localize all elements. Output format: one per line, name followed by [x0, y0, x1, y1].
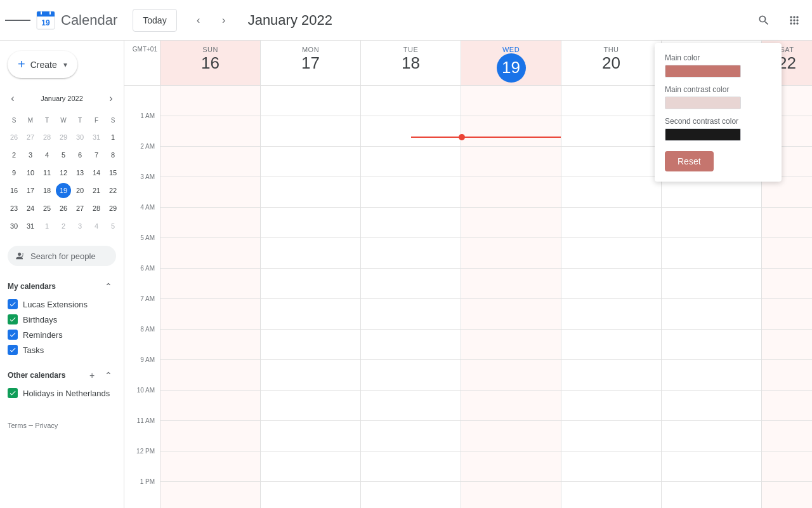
hour-line: [461, 299, 561, 330]
mini-day-26[interactable]: 26: [56, 201, 71, 216]
main-contrast-color-swatch[interactable]: [665, 97, 741, 109]
menu-button[interactable]: [5, 8, 30, 33]
mini-day-16[interactable]: 16: [6, 183, 22, 198]
calendar-label-birthdays: Birthdays: [23, 315, 57, 324]
mini-day-20[interactable]: 20: [72, 183, 88, 198]
mini-day-24[interactable]: 24: [23, 201, 38, 216]
mini-day-5[interactable]: 5: [105, 218, 121, 234]
hour-line: [160, 299, 260, 330]
mini-day-28[interactable]: 28: [89, 201, 104, 216]
current-time-dot: [459, 134, 465, 140]
mini-day-28[interactable]: 28: [39, 130, 55, 145]
mini-day-23[interactable]: 23: [6, 201, 22, 216]
main-color-row: Main color: [665, 53, 771, 77]
mini-day-27[interactable]: 27: [23, 130, 38, 145]
create-button[interactable]: + Create ▾: [8, 51, 77, 78]
hour-line: [261, 238, 360, 269]
mini-day-3[interactable]: 3: [72, 218, 88, 234]
mini-day-4[interactable]: 4: [89, 218, 104, 234]
calendar-item-tasks[interactable]: Tasks: [0, 342, 119, 358]
mini-day-1[interactable]: 1: [105, 130, 121, 145]
calendar-item-lucas[interactable]: Lucas Extensions: [0, 297, 119, 312]
calendar-item-birthdays[interactable]: Birthdays: [0, 312, 119, 327]
search-button[interactable]: [751, 8, 776, 33]
mini-day-13[interactable]: 13: [72, 165, 88, 180]
mini-cal-next-button[interactable]: ›: [103, 91, 119, 106]
sidebar: + Create ▾ ‹ January 2022 › S M T W T: [0, 41, 124, 508]
search-icon: [757, 14, 770, 27]
today-button[interactable]: Today: [133, 9, 176, 32]
second-contrast-color-swatch[interactable]: [665, 128, 741, 141]
hour-line: [762, 208, 812, 238]
mini-day-18[interactable]: 18: [39, 183, 55, 198]
mini-day-4[interactable]: 4: [39, 147, 55, 163]
mini-day-25[interactable]: 25: [39, 201, 55, 216]
other-calendars-collapse-button[interactable]: ⌃: [101, 368, 116, 383]
time-label-8-am: 8 AM: [124, 326, 160, 356]
mini-day-6[interactable]: 6: [72, 147, 88, 163]
calendar-checkbox-tasks[interactable]: [8, 345, 18, 355]
mini-day-7[interactable]: 7: [89, 147, 104, 163]
dow-tue: T: [39, 112, 55, 128]
day-header-tue: TUE 18: [360, 41, 461, 85]
mini-day-19[interactable]: 19: [56, 183, 71, 198]
calendar-checkbox-reminders[interactable]: [8, 330, 18, 340]
hour-line: [762, 482, 812, 508]
sidebar-footer: Terms – Privacy: [0, 416, 124, 435]
mini-day-15[interactable]: 15: [105, 165, 121, 180]
main-color-swatch[interactable]: [665, 65, 741, 77]
mini-day-30[interactable]: 30: [72, 130, 88, 145]
calendar-item-reminders[interactable]: Reminders: [0, 327, 119, 342]
privacy-link[interactable]: Privacy: [35, 422, 58, 429]
mini-day-3[interactable]: 3: [23, 147, 38, 163]
add-other-calendar-button[interactable]: +: [84, 368, 100, 383]
next-week-button[interactable]: ›: [213, 9, 235, 32]
mini-day-29[interactable]: 29: [105, 201, 121, 216]
mini-day-27[interactable]: 27: [72, 201, 88, 216]
mini-day-11[interactable]: 11: [39, 165, 55, 180]
reset-button[interactable]: Reset: [665, 151, 714, 171]
mini-day-1[interactable]: 1: [39, 218, 55, 234]
mini-day-31[interactable]: 31: [23, 218, 38, 234]
mini-day-10[interactable]: 10: [23, 165, 38, 180]
mini-day-31[interactable]: 31: [89, 130, 104, 145]
mini-day-30[interactable]: 30: [6, 218, 22, 234]
calendar-checkbox-birthdays[interactable]: [8, 314, 18, 324]
mini-day-26[interactable]: 26: [6, 130, 22, 145]
my-calendars-collapse-button[interactable]: ⌃: [101, 279, 116, 294]
mini-day-2[interactable]: 2: [6, 147, 22, 163]
mini-day-2[interactable]: 2: [56, 218, 71, 234]
calendar-checkbox-lucas[interactable]: [8, 299, 18, 309]
hour-line: [662, 391, 761, 421]
mini-cal-prev-button[interactable]: ‹: [5, 91, 20, 106]
my-calendars-header[interactable]: My calendars ⌃: [0, 274, 124, 297]
mini-day-8[interactable]: 8: [105, 147, 121, 163]
prev-week-button[interactable]: ‹: [187, 9, 210, 32]
hour-line: [561, 391, 661, 421]
mini-day-9[interactable]: 9: [6, 165, 22, 180]
other-calendars-header[interactable]: Other calendars + ⌃: [0, 363, 124, 385]
calendar-label-tasks: Tasks: [23, 345, 44, 355]
hour-line: [561, 147, 661, 177]
grid-apps-button[interactable]: [782, 8, 807, 33]
mini-day-17[interactable]: 17: [23, 183, 38, 198]
hour-line: [361, 360, 461, 391]
calendar-checkbox-holidays[interactable]: [8, 388, 18, 398]
calendar-label-holidays: Holidays in Netherlands: [23, 389, 110, 398]
mini-day-21[interactable]: 21: [89, 183, 104, 198]
topbar-left: 19 Calendar Today ‹ › January 2022: [5, 8, 332, 33]
mini-day-14[interactable]: 14: [89, 165, 104, 180]
mini-day-5[interactable]: 5: [56, 147, 71, 163]
terms-link[interactable]: Terms: [8, 422, 27, 429]
hour-line: [662, 482, 761, 508]
hour-line: [762, 451, 812, 482]
hour-line: [461, 451, 561, 482]
mini-day-12[interactable]: 12: [56, 165, 71, 180]
hour-line: [361, 451, 461, 482]
calendar-item-holidays[interactable]: Holidays in Netherlands: [0, 385, 119, 401]
search-people-button[interactable]: Search for people: [8, 246, 116, 266]
mini-day-22[interactable]: 22: [105, 183, 121, 198]
svg-text:19: 19: [41, 18, 50, 27]
mini-day-29[interactable]: 29: [56, 130, 71, 145]
day-name-tue: TUE: [361, 46, 461, 53]
